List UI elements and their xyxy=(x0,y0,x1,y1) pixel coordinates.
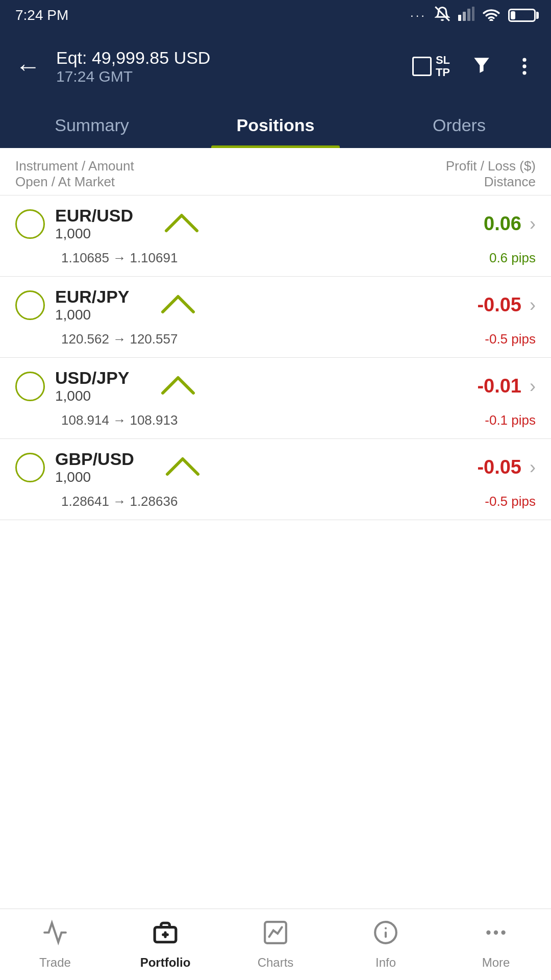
chevron-right-icon: › xyxy=(530,457,536,478)
col1-line1: Instrument / Amount xyxy=(15,158,134,174)
svg-rect-1 xyxy=(458,15,461,21)
header: ← Eqt: 49,999.85 USD 17:24 GMT SLTP xyxy=(0,31,551,102)
svg-point-5 xyxy=(490,19,492,20)
status-bar: 7:24 PM ··· xyxy=(0,0,551,31)
status-time: 7:24 PM xyxy=(15,7,68,23)
table-row[interactable]: EUR/JPY 1,000 -0.05 › 120.562 → 120.557 … xyxy=(0,277,551,358)
col1-line2: Open / At Market xyxy=(15,174,134,190)
svg-point-8 xyxy=(522,71,526,75)
position-amount: 1,000 xyxy=(55,388,130,404)
table-header: Instrument / Amount Open / At Market Pro… xyxy=(0,148,551,195)
charts-icon xyxy=(263,920,288,950)
svg-point-16 xyxy=(486,930,490,934)
more-dots-icon xyxy=(483,920,509,950)
battery-icon: 5 xyxy=(508,9,536,22)
position-prices: 1.10685 → 1.10691 xyxy=(61,250,178,266)
table-row[interactable]: USD/JPY 1,000 -0.01 › 108.914 → 108.913 … xyxy=(0,358,551,439)
svg-rect-4 xyxy=(472,7,474,21)
position-circle xyxy=(15,290,45,320)
wifi-icon xyxy=(483,7,500,24)
status-bar-right: ··· 5 xyxy=(410,6,536,25)
position-circle xyxy=(15,453,45,482)
position-pips: -0.5 pips xyxy=(485,494,536,509)
nav-portfolio[interactable]: Portfolio xyxy=(110,909,220,980)
svg-point-17 xyxy=(494,930,498,934)
chevron-right-icon: › xyxy=(530,295,536,316)
col2-line1: Profit / Loss ($) xyxy=(446,158,536,174)
equity-value: Eqt: 49,999.85 USD xyxy=(56,48,397,68)
nav-more-label: More xyxy=(482,955,510,970)
position-pnl: -0.05 xyxy=(460,456,521,478)
portfolio-icon xyxy=(153,920,178,950)
position-amount: 1,000 xyxy=(55,469,134,485)
tab-orders[interactable]: Orders xyxy=(367,102,551,148)
sl-tp-button[interactable]: SLTP xyxy=(412,54,450,79)
tab-summary[interactable]: Summary xyxy=(0,102,184,148)
nav-trade-label: Trade xyxy=(39,955,71,970)
svg-point-7 xyxy=(522,64,526,68)
position-left: EUR/USD 1,000 xyxy=(15,206,460,242)
position-left: EUR/JPY 1,000 xyxy=(15,287,460,323)
position-left: GBP/USD 1,000 xyxy=(15,449,460,485)
positions-list: EUR/USD 1,000 0.06 › 1.10685 → 1.10691 0… xyxy=(0,195,551,956)
position-amount: 1,000 xyxy=(55,307,130,323)
position-left: USD/JPY 1,000 xyxy=(15,368,460,404)
table-header-right: Profit / Loss ($) Distance xyxy=(446,158,536,190)
bell-icon xyxy=(435,6,450,25)
position-right: -0.05 › xyxy=(460,456,536,478)
nav-charts[interactable]: Charts xyxy=(220,909,331,980)
position-circle xyxy=(15,209,45,239)
svg-point-6 xyxy=(522,58,526,62)
position-pips: 0.6 pips xyxy=(489,250,536,266)
position-right: -0.05 › xyxy=(460,294,536,316)
nav-info-label: Info xyxy=(375,955,396,970)
position-name: EUR/JPY xyxy=(55,287,130,307)
position-prices: 1.28641 → 1.28636 xyxy=(61,494,178,509)
position-pips: -0.5 pips xyxy=(485,331,536,347)
table-header-left: Instrument / Amount Open / At Market xyxy=(15,158,134,190)
nav-trade[interactable]: Trade xyxy=(0,909,110,980)
position-name: USD/JPY xyxy=(55,368,130,388)
more-button[interactable] xyxy=(513,55,536,78)
back-button[interactable]: ← xyxy=(15,54,41,79)
position-name: GBP/USD xyxy=(55,449,134,469)
header-actions: SLTP xyxy=(412,54,536,79)
svg-line-0 xyxy=(435,7,449,21)
svg-rect-3 xyxy=(467,9,470,21)
info-icon xyxy=(373,920,398,950)
position-circle xyxy=(15,372,45,401)
position-amount: 1,000 xyxy=(55,226,133,242)
header-time: 17:24 GMT xyxy=(56,68,397,85)
chevron-right-icon: › xyxy=(530,376,536,397)
nav-portfolio-label: Portfolio xyxy=(140,955,191,970)
nav-charts-label: Charts xyxy=(258,955,294,970)
nav-info[interactable]: Info xyxy=(331,909,441,980)
svg-point-18 xyxy=(501,930,505,934)
position-pnl: -0.01 xyxy=(460,375,521,397)
position-right: -0.01 › xyxy=(460,375,536,397)
col2-line2: Distance xyxy=(484,174,536,190)
table-row[interactable]: GBP/USD 1,000 -0.05 › 1.28641 → 1.28636 … xyxy=(0,439,551,520)
position-name: EUR/USD xyxy=(55,206,133,226)
sl-tp-box-icon xyxy=(412,57,432,76)
signal-icon xyxy=(458,7,474,24)
bottom-nav: Trade Portfolio Charts xyxy=(0,909,551,980)
sl-tp-label: SLTP xyxy=(436,54,450,79)
position-prices: 120.562 → 120.557 xyxy=(61,331,178,347)
position-pips: -0.1 pips xyxy=(485,412,536,428)
tabs: Summary Positions Orders xyxy=(0,102,551,148)
nav-more[interactable]: More xyxy=(441,909,551,980)
position-pnl: 0.06 xyxy=(460,213,521,235)
header-info: Eqt: 49,999.85 USD 17:24 GMT xyxy=(56,48,397,85)
trade-icon xyxy=(42,920,68,950)
table-row[interactable]: EUR/USD 1,000 0.06 › 1.10685 → 1.10691 0… xyxy=(0,195,551,277)
position-prices: 108.914 → 108.913 xyxy=(61,412,178,428)
svg-rect-2 xyxy=(463,12,466,21)
position-right: 0.06 › xyxy=(460,213,536,235)
tab-positions[interactable]: Positions xyxy=(184,102,367,148)
position-pnl: -0.05 xyxy=(460,294,521,316)
filter-button[interactable] xyxy=(470,54,493,79)
chevron-right-icon: › xyxy=(530,213,536,235)
signal-dots-icon: ··· xyxy=(410,8,427,22)
